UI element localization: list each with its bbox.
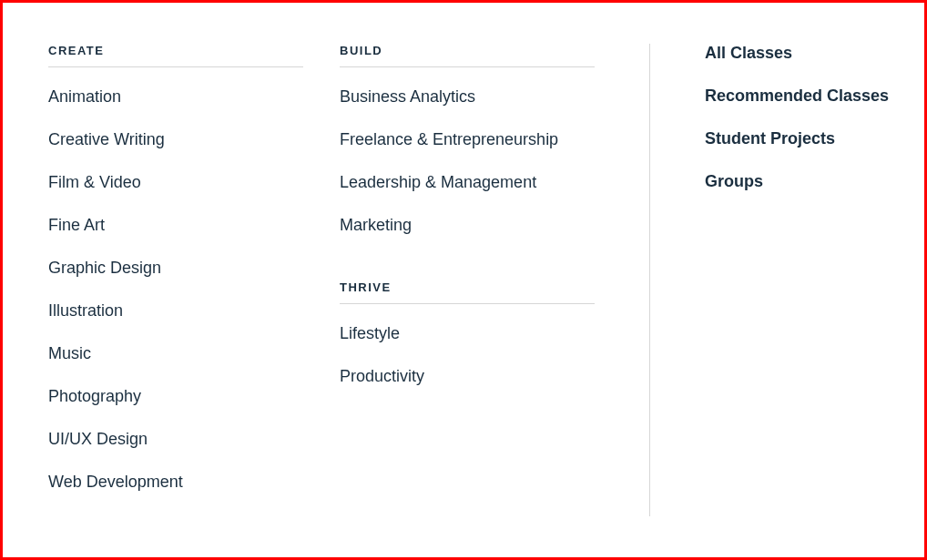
menu-item-productivity[interactable]: Productivity <box>340 367 595 386</box>
menu-item-lifestyle[interactable]: Lifestyle <box>340 324 595 343</box>
quick-link-all-classes[interactable]: All Classes <box>705 44 904 63</box>
menu-item-business-analytics[interactable]: Business Analytics <box>340 87 595 107</box>
section-thrive: THRIVE Lifestyle Productivity <box>340 280 595 386</box>
menu-item-marketing[interactable]: Marketing <box>340 216 595 235</box>
menu-item-freelance-entrepreneurship[interactable]: Freelance & Entrepreneurship <box>340 130 595 149</box>
menu-item-animation[interactable]: Animation <box>48 87 303 107</box>
column-build-thrive: BUILD Business Analytics Freelance & Ent… <box>340 44 595 516</box>
menu-item-web-development[interactable]: Web Development <box>48 473 303 492</box>
section-build: BUILD Business Analytics Freelance & Ent… <box>340 44 595 235</box>
quick-link-recommended-classes[interactable]: Recommended Classes <box>705 87 904 106</box>
category-menu-container: CREATE Animation Creative Writing Film &… <box>48 44 879 516</box>
column-quick-links: All Classes Recommended Classes Student … <box>649 44 904 516</box>
menu-item-music[interactable]: Music <box>48 344 303 363</box>
column-create: CREATE Animation Creative Writing Film &… <box>48 44 303 516</box>
quick-link-student-projects[interactable]: Student Projects <box>705 129 904 148</box>
menu-item-illustration[interactable]: Illustration <box>48 301 303 321</box>
section-header-create: CREATE <box>48 44 303 67</box>
menu-item-fine-art[interactable]: Fine Art <box>48 216 303 235</box>
menu-item-graphic-design[interactable]: Graphic Design <box>48 259 303 278</box>
menu-item-creative-writing[interactable]: Creative Writing <box>48 130 303 149</box>
section-create: CREATE Animation Creative Writing Film &… <box>48 44 303 492</box>
menu-item-photography[interactable]: Photography <box>48 387 303 406</box>
section-header-build: BUILD <box>340 44 595 67</box>
menu-item-film-video[interactable]: Film & Video <box>48 173 303 192</box>
section-header-thrive: THRIVE <box>340 280 595 304</box>
menu-item-leadership-management[interactable]: Leadership & Management <box>340 173 595 192</box>
menu-item-ui-ux-design[interactable]: UI/UX Design <box>48 430 303 449</box>
quick-link-groups[interactable]: Groups <box>705 172 904 191</box>
